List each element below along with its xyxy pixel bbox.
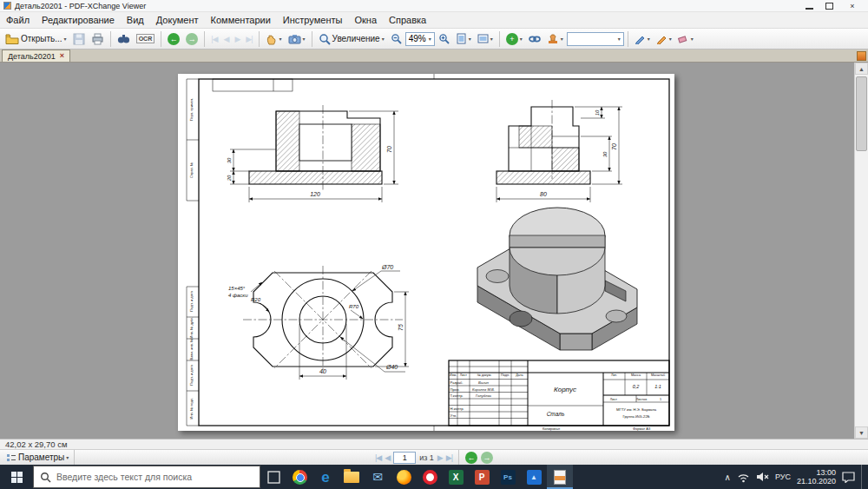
pencil-tool-button[interactable]: ▾ — [654, 30, 674, 48]
photoshop-icon: Ps — [501, 470, 516, 485]
menu-document[interactable]: Документ — [150, 13, 205, 27]
taskbar-clock[interactable]: 13:00 21.10.2020 — [797, 468, 836, 486]
taskbar-icon-edge[interactable]: e — [312, 465, 339, 489]
taskbar-icon-firefox[interactable] — [391, 465, 417, 489]
taskbar-search[interactable] — [33, 466, 260, 488]
document-page[interactable]: Перв. примен. Справ. № Подп. и дата Инв.… — [178, 74, 674, 431]
taskbar-icon-powerpoint[interactable]: P — [469, 465, 495, 489]
taskbar-icon-photoshop[interactable]: Ps — [495, 465, 521, 489]
search-button[interactable] — [115, 30, 133, 48]
prev-page-button[interactable]: ◀ — [220, 30, 231, 48]
windows-logo-icon — [11, 472, 23, 483]
menu-comments[interactable]: Комментарии — [205, 13, 277, 27]
vertical-scrollbar[interactable]: ▲ ▼ — [854, 63, 868, 439]
scrollbar-thumb[interactable] — [856, 76, 867, 151]
link-tool-button[interactable] — [526, 30, 543, 48]
main-toolbar: Открыть... ▾ OCR ← → |◀ ◀ ▶ ▶| ▾ — [0, 29, 868, 50]
tab-detal20201[interactable]: Деталь20201 × — [2, 50, 70, 62]
taskbar-icon-photos[interactable]: ▲ — [521, 465, 547, 489]
view-front-section: 120 70 30 20 — [227, 105, 398, 202]
fit-page-button[interactable]: ▾ — [453, 30, 474, 48]
menu-file[interactable]: Файл — [0, 13, 36, 27]
menu-windows[interactable]: Окна — [348, 13, 383, 27]
mail-icon: ✉ — [372, 470, 383, 484]
network-icon[interactable] — [737, 472, 750, 483]
svg-text:Корпус: Корпус — [554, 386, 576, 393]
next-view-icon[interactable]: → — [481, 452, 493, 464]
binoculars-icon — [117, 33, 130, 44]
svg-text:№ докум.: № докум. — [477, 373, 492, 377]
zoom-level-combo[interactable]: 49% ▾ — [405, 32, 435, 46]
previous-view-icon[interactable]: ← — [465, 452, 477, 464]
first-page-button[interactable]: |◀ — [208, 30, 220, 48]
open-button[interactable]: Открыть... ▾ — [3, 30, 69, 48]
svg-text:Масса: Масса — [631, 373, 641, 377]
caret-icon: ▾ — [618, 36, 621, 42]
first-page-icon: |◀ — [211, 35, 217, 43]
previous-view-button[interactable]: ← — [165, 30, 182, 48]
page-number-input[interactable]: 1 — [393, 452, 416, 464]
next-page-icon[interactable]: ▶ — [437, 453, 443, 462]
svg-text:Вагин: Вагин — [478, 380, 490, 385]
taskbar-icon-mail[interactable]: ✉ — [365, 465, 391, 489]
page-navigation-bar: Параметры ▾ |◀ ◀ 1 из 1 ▶ ▶| ← → — [0, 449, 868, 465]
zoom-out-button[interactable] — [388, 30, 404, 48]
titlebar: Деталь20201 - PDF-XChange Viewer × — [0, 0, 868, 12]
separator — [161, 31, 161, 47]
taskbar-icon-explorer[interactable] — [339, 465, 365, 489]
search-input[interactable] — [56, 472, 239, 482]
taskbar-icon-excel[interactable]: X — [443, 465, 469, 489]
add-tool-button[interactable]: + ▾ — [503, 30, 525, 48]
caret-icon: ▾ — [303, 36, 306, 42]
taskbar-icon-opera[interactable] — [417, 465, 443, 489]
task-view-button[interactable] — [260, 465, 286, 489]
scroll-up-icon[interactable]: ▲ — [855, 63, 868, 75]
last-page-button[interactable]: ▶| — [243, 30, 254, 48]
minimize-icon[interactable] — [806, 3, 813, 10]
hand-tool-button[interactable]: ▾ — [263, 30, 285, 48]
ocr-icon: OCR — [136, 34, 155, 43]
menu-help[interactable]: Справка — [383, 13, 432, 27]
taskbar-icon-chrome[interactable] — [286, 465, 312, 489]
next-page-button[interactable]: ▶ — [232, 30, 242, 48]
show-desktop-button[interactable] — [861, 465, 865, 489]
menu-edit[interactable]: Редактирование — [36, 13, 121, 27]
tab-options-icon[interactable] — [857, 51, 866, 61]
menu-tools[interactable]: Инструменты — [277, 13, 349, 27]
eraser-tool-button[interactable]: ▾ — [675, 30, 696, 48]
svg-text:15×45°: 15×45° — [228, 286, 246, 291]
prev-page-icon[interactable]: ◀ — [385, 453, 390, 462]
menu-view[interactable]: Вид — [121, 13, 150, 27]
snapshot-tool-button[interactable]: ▾ — [286, 30, 308, 48]
close-icon[interactable]: × — [845, 1, 859, 11]
print-button[interactable] — [89, 30, 107, 48]
next-page-icon: ▶ — [234, 35, 240, 43]
tray-chevron-icon[interactable]: ∧ — [725, 472, 731, 482]
fit-width-button[interactable]: ▾ — [475, 30, 496, 48]
maximize-icon[interactable] — [825, 3, 833, 10]
zoom-tool-button[interactable]: Увеличение ▾ — [316, 30, 387, 48]
start-button[interactable] — [0, 465, 33, 489]
pen-tool-button[interactable]: ▾ — [632, 30, 653, 48]
last-page-icon[interactable]: ▶| — [446, 453, 452, 462]
svg-text:1: 1 — [660, 398, 661, 401]
volume-muted-icon[interactable] — [756, 472, 769, 482]
svg-text:Ø40: Ø40 — [385, 364, 398, 370]
language-indicator[interactable]: РУС — [775, 472, 791, 481]
ocr-button[interactable]: OCR — [134, 30, 158, 48]
tab-close-icon[interactable]: × — [60, 52, 64, 60]
notification-icon[interactable] — [842, 472, 855, 483]
taskbar-icon-pdf-xchange[interactable] — [547, 465, 573, 489]
svg-text:0,2: 0,2 — [633, 384, 640, 389]
svg-text:Подп. и дата: Подп. и дата — [189, 290, 194, 311]
scroll-down-icon[interactable]: ▼ — [855, 426, 868, 439]
caret-icon: ▾ — [520, 36, 523, 42]
first-page-icon[interactable]: |◀ — [375, 453, 381, 462]
save-button[interactable] — [70, 30, 88, 48]
page-count-label: из 1 — [419, 453, 434, 462]
zoom-in-button[interactable] — [436, 30, 452, 48]
next-view-button[interactable]: → — [183, 30, 201, 48]
tool-style-combo[interactable]: ▾ — [567, 32, 624, 46]
stamp-tool-button[interactable]: ▾ — [544, 30, 566, 48]
options-button[interactable]: Параметры ▾ — [3, 449, 71, 466]
